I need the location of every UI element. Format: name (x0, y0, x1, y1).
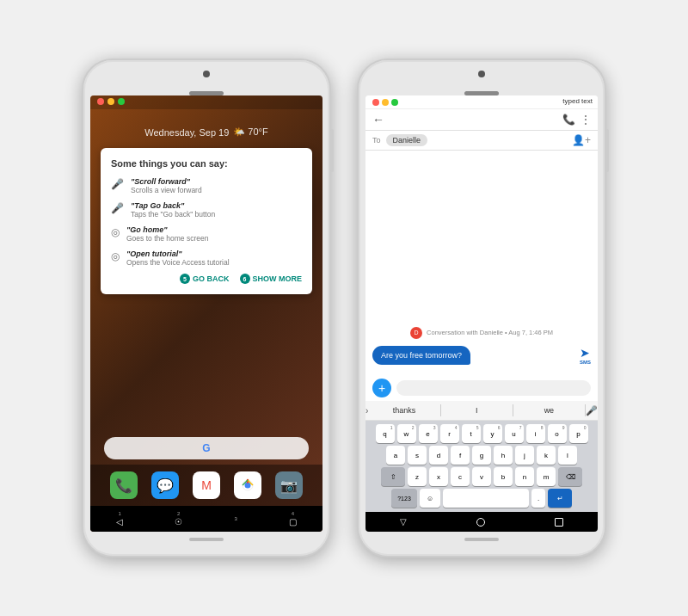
voice-cmd-1: "Scroll forward" (131, 177, 202, 186)
minimize-button-dot (108, 98, 114, 105)
key-h[interactable]: h (494, 446, 513, 465)
key-m[interactable]: m (537, 467, 556, 486)
message-bubble: Are you free tomorrow? (372, 346, 470, 365)
status-bar (90, 95, 322, 109)
sms-app-icon[interactable]: 💬 (151, 471, 179, 499)
camera-app-icon[interactable]: 📷 (275, 471, 303, 499)
voice-item-2: 🎤 "Tap Go back" Taps the "Go back" butto… (111, 201, 302, 219)
key-q[interactable]: 1q (376, 424, 395, 443)
to-label: To (372, 136, 381, 145)
nav-num-3: 3 (234, 516, 236, 521)
add-contact-icon[interactable]: 👤+ (572, 134, 591, 146)
date-weather-display: Wednesday, Sep 19 🌤️ 70°F (90, 109, 322, 145)
backspace-key[interactable]: ⌫ (558, 467, 582, 486)
suggestion-2[interactable]: I (441, 404, 513, 416)
key-g[interactable]: g (472, 446, 491, 465)
key-x[interactable]: x (429, 467, 448, 486)
right-maximize-dot (391, 99, 398, 106)
back-arrow-icon[interactable]: ← (372, 113, 384, 126)
emoji-key[interactable]: ☺ (420, 489, 440, 508)
nav-item-recents[interactable]: 2 ☉ (175, 511, 182, 527)
key-w[interactable]: 2w (397, 424, 416, 443)
right-nav-bar: ▽ (366, 512, 598, 532)
shift-key[interactable]: ⇧ (381, 467, 405, 486)
chrome-app-icon[interactable] (234, 471, 261, 499)
key-i[interactable]: 8i (526, 424, 545, 443)
period-key[interactable]: . (531, 489, 545, 508)
key-v[interactable]: v (472, 467, 491, 486)
show-more-badge: 6 (240, 274, 250, 284)
key-p[interactable]: 0p (569, 424, 588, 443)
message-input-row: + (366, 375, 598, 401)
enter-key[interactable]: ↵ (548, 489, 572, 508)
nav-back-triangle[interactable]: ▽ (400, 517, 407, 527)
suggestion-3[interactable]: we (513, 404, 586, 416)
nav-home-circle[interactable] (476, 518, 485, 527)
send-button[interactable]: ➤ SMS (580, 346, 591, 365)
key-t[interactable]: 5t (462, 424, 481, 443)
go-back-button[interactable]: 5 GO BACK (180, 274, 230, 284)
window-controls (97, 98, 125, 105)
key-d[interactable]: d (429, 446, 448, 465)
suggestion-1[interactable]: thanks (368, 404, 440, 416)
conversation-info: D Conversation with Danielle • Aug 7, 1:… (372, 327, 591, 339)
nav-item-home[interactable]: 3 (234, 516, 236, 521)
voice-item-3: ◎ "Go home" Goes to the home screen (111, 225, 302, 243)
close-button-dot (97, 98, 104, 105)
more-options-icon[interactable]: ⋮ (580, 114, 591, 126)
weather-text: 🌤️ 70°F (233, 126, 267, 138)
voice-item-2-text: "Tap Go back" Taps the "Go back" button (131, 201, 215, 219)
voice-desc-2: Taps the "Go back" button (131, 210, 215, 219)
camera-lens (203, 71, 210, 77)
left-phone: Wednesday, Sep 19 🌤️ 70°F Some things yo… (82, 59, 331, 557)
message-input-field[interactable] (396, 380, 591, 396)
contact-chip[interactable]: Danielle (386, 134, 428, 146)
voice-item-4: ◎ "Open tutorial" Opens the Voice Access… (111, 249, 302, 267)
right-phone-screen: typed text ← 📞 ⋮ To Danielle 👤+ D Conver… (366, 95, 598, 532)
key-l[interactable]: l (558, 446, 577, 465)
keyboard-mic-icon[interactable]: 🎤 (586, 405, 598, 416)
go-back-label: GO BACK (193, 274, 230, 283)
add-attachment-button[interactable]: + (372, 379, 391, 397)
gmail-app-icon[interactable]: M (193, 471, 220, 499)
nav-num-1: 1 (118, 511, 120, 516)
key-f[interactable]: f (451, 446, 470, 465)
key-a[interactable]: a (386, 446, 405, 465)
voice-cmd-3: "Go home" (126, 225, 208, 234)
nav-item-back[interactable]: 1 ◁ (116, 511, 123, 527)
key-y[interactable]: 6y (483, 424, 502, 443)
keyboard-row-3: ⇧ z x c v b n m ⌫ (367, 467, 596, 486)
show-more-button[interactable]: 6 SHOW MORE (240, 274, 303, 284)
voice-item-4-text: "Open tutorial" Opens the Voice Access t… (126, 249, 230, 267)
key-s[interactable]: s (408, 446, 427, 465)
key-e[interactable]: 3e (419, 424, 438, 443)
google-search-bar[interactable]: G (104, 437, 309, 459)
key-u[interactable]: 7u (505, 424, 524, 443)
maximize-button-dot (118, 98, 125, 105)
key-j[interactable]: j (515, 446, 534, 465)
keyboard-suggestions: › thanks I we 🎤 (366, 401, 598, 421)
nav-back-icon: ◁ (116, 517, 123, 527)
voice-cmd-2: "Tap Go back" (131, 201, 215, 210)
phone-app-icon[interactable]: 📞 (110, 471, 138, 499)
phone-call-icon[interactable]: 📞 (562, 114, 575, 126)
nav-item-square[interactable]: 4 ▢ (289, 511, 297, 527)
left-phone-top (90, 69, 322, 84)
right-phone-top (366, 69, 598, 84)
nav-recents-square[interactable] (555, 518, 563, 527)
key-k[interactable]: k (537, 446, 556, 465)
key-r[interactable]: 4r (440, 424, 459, 443)
danielle-avatar: D (410, 327, 422, 339)
home-icon: ◎ (111, 226, 120, 238)
nav-square-icon: ▢ (289, 517, 297, 527)
key-z[interactable]: z (408, 467, 427, 486)
key-b[interactable]: b (494, 467, 513, 486)
right-phone-bottom (366, 532, 598, 547)
num-sym-key[interactable]: ?123 (391, 489, 417, 508)
key-c[interactable]: c (451, 467, 470, 486)
key-o[interactable]: 9o (548, 424, 567, 443)
google-g-icon: G (200, 441, 213, 455)
space-key[interactable] (443, 489, 529, 508)
key-n[interactable]: n (515, 467, 534, 486)
send-arrow-icon: ➤ (580, 346, 590, 360)
